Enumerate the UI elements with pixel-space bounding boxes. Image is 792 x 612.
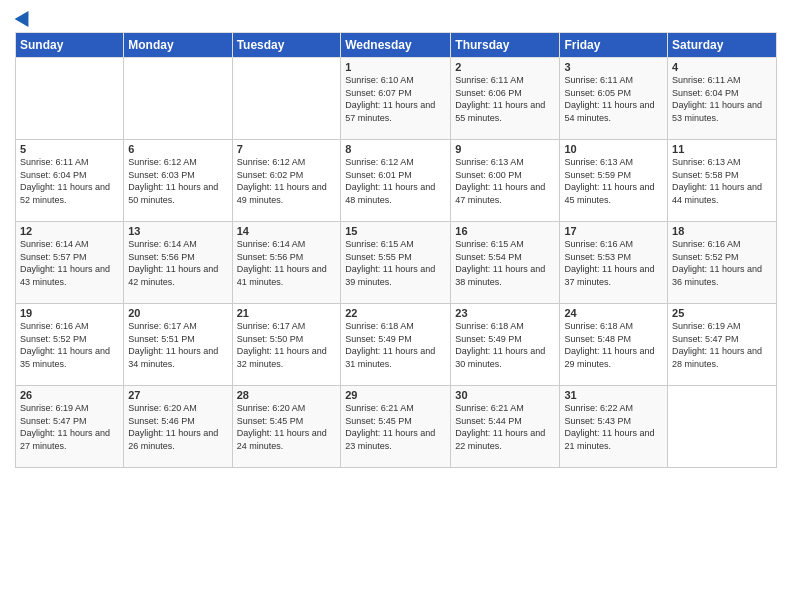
- calendar-cell: 27Sunrise: 6:20 AM Sunset: 5:46 PM Dayli…: [124, 386, 232, 468]
- day-number: 15: [345, 225, 446, 237]
- day-number: 5: [20, 143, 119, 155]
- day-info: Sunrise: 6:14 AM Sunset: 5:56 PM Dayligh…: [128, 238, 227, 288]
- day-info: Sunrise: 6:20 AM Sunset: 5:46 PM Dayligh…: [128, 402, 227, 452]
- calendar-cell: 23Sunrise: 6:18 AM Sunset: 5:49 PM Dayli…: [451, 304, 560, 386]
- day-info: Sunrise: 6:16 AM Sunset: 5:53 PM Dayligh…: [564, 238, 663, 288]
- calendar-cell: 16Sunrise: 6:15 AM Sunset: 5:54 PM Dayli…: [451, 222, 560, 304]
- calendar-cell: 2Sunrise: 6:11 AM Sunset: 6:06 PM Daylig…: [451, 58, 560, 140]
- day-number: 12: [20, 225, 119, 237]
- calendar-cell: 8Sunrise: 6:12 AM Sunset: 6:01 PM Daylig…: [341, 140, 451, 222]
- day-info: Sunrise: 6:14 AM Sunset: 5:57 PM Dayligh…: [20, 238, 119, 288]
- day-number: 4: [672, 61, 772, 73]
- day-number: 1: [345, 61, 446, 73]
- day-number: 22: [345, 307, 446, 319]
- calendar-cell: 28Sunrise: 6:20 AM Sunset: 5:45 PM Dayli…: [232, 386, 341, 468]
- calendar-cell: 3Sunrise: 6:11 AM Sunset: 6:05 PM Daylig…: [560, 58, 668, 140]
- day-info: Sunrise: 6:18 AM Sunset: 5:49 PM Dayligh…: [455, 320, 555, 370]
- day-info: Sunrise: 6:11 AM Sunset: 6:06 PM Dayligh…: [455, 74, 555, 124]
- calendar-cell: 5Sunrise: 6:11 AM Sunset: 6:04 PM Daylig…: [16, 140, 124, 222]
- calendar-cell: 31Sunrise: 6:22 AM Sunset: 5:43 PM Dayli…: [560, 386, 668, 468]
- weekday-header-thursday: Thursday: [451, 33, 560, 58]
- day-info: Sunrise: 6:10 AM Sunset: 6:07 PM Dayligh…: [345, 74, 446, 124]
- day-number: 28: [237, 389, 337, 401]
- calendar-cell: 15Sunrise: 6:15 AM Sunset: 5:55 PM Dayli…: [341, 222, 451, 304]
- day-info: Sunrise: 6:22 AM Sunset: 5:43 PM Dayligh…: [564, 402, 663, 452]
- day-info: Sunrise: 6:17 AM Sunset: 5:50 PM Dayligh…: [237, 320, 337, 370]
- day-info: Sunrise: 6:12 AM Sunset: 6:03 PM Dayligh…: [128, 156, 227, 206]
- calendar-cell: 26Sunrise: 6:19 AM Sunset: 5:47 PM Dayli…: [16, 386, 124, 468]
- day-info: Sunrise: 6:13 AM Sunset: 5:59 PM Dayligh…: [564, 156, 663, 206]
- calendar-cell: 11Sunrise: 6:13 AM Sunset: 5:58 PM Dayli…: [668, 140, 777, 222]
- day-info: Sunrise: 6:15 AM Sunset: 5:54 PM Dayligh…: [455, 238, 555, 288]
- day-info: Sunrise: 6:11 AM Sunset: 6:04 PM Dayligh…: [672, 74, 772, 124]
- day-number: 10: [564, 143, 663, 155]
- day-info: Sunrise: 6:16 AM Sunset: 5:52 PM Dayligh…: [20, 320, 119, 370]
- day-info: Sunrise: 6:11 AM Sunset: 6:04 PM Dayligh…: [20, 156, 119, 206]
- day-info: Sunrise: 6:12 AM Sunset: 6:01 PM Dayligh…: [345, 156, 446, 206]
- calendar-cell: 10Sunrise: 6:13 AM Sunset: 5:59 PM Dayli…: [560, 140, 668, 222]
- day-info: Sunrise: 6:11 AM Sunset: 6:05 PM Dayligh…: [564, 74, 663, 124]
- day-info: Sunrise: 6:13 AM Sunset: 6:00 PM Dayligh…: [455, 156, 555, 206]
- calendar-cell: 12Sunrise: 6:14 AM Sunset: 5:57 PM Dayli…: [16, 222, 124, 304]
- calendar-cell: 6Sunrise: 6:12 AM Sunset: 6:03 PM Daylig…: [124, 140, 232, 222]
- weekday-row: SundayMondayTuesdayWednesdayThursdayFrid…: [16, 33, 777, 58]
- day-number: 16: [455, 225, 555, 237]
- day-number: 23: [455, 307, 555, 319]
- day-number: 17: [564, 225, 663, 237]
- day-number: 8: [345, 143, 446, 155]
- day-info: Sunrise: 6:12 AM Sunset: 6:02 PM Dayligh…: [237, 156, 337, 206]
- day-number: 24: [564, 307, 663, 319]
- weekday-header-wednesday: Wednesday: [341, 33, 451, 58]
- day-info: Sunrise: 6:16 AM Sunset: 5:52 PM Dayligh…: [672, 238, 772, 288]
- day-number: 29: [345, 389, 446, 401]
- calendar-cell: 14Sunrise: 6:14 AM Sunset: 5:56 PM Dayli…: [232, 222, 341, 304]
- day-number: 14: [237, 225, 337, 237]
- weekday-header-friday: Friday: [560, 33, 668, 58]
- calendar-cell: [668, 386, 777, 468]
- day-number: 2: [455, 61, 555, 73]
- day-number: 6: [128, 143, 227, 155]
- day-number: 19: [20, 307, 119, 319]
- calendar-cell: 20Sunrise: 6:17 AM Sunset: 5:51 PM Dayli…: [124, 304, 232, 386]
- day-info: Sunrise: 6:18 AM Sunset: 5:49 PM Dayligh…: [345, 320, 446, 370]
- calendar-cell: 25Sunrise: 6:19 AM Sunset: 5:47 PM Dayli…: [668, 304, 777, 386]
- calendar-body: 1Sunrise: 6:10 AM Sunset: 6:07 PM Daylig…: [16, 58, 777, 468]
- day-number: 25: [672, 307, 772, 319]
- day-number: 11: [672, 143, 772, 155]
- weekday-header-sunday: Sunday: [16, 33, 124, 58]
- week-row-3: 12Sunrise: 6:14 AM Sunset: 5:57 PM Dayli…: [16, 222, 777, 304]
- calendar-cell: 4Sunrise: 6:11 AM Sunset: 6:04 PM Daylig…: [668, 58, 777, 140]
- day-number: 3: [564, 61, 663, 73]
- calendar-table: SundayMondayTuesdayWednesdayThursdayFrid…: [15, 32, 777, 468]
- day-info: Sunrise: 6:20 AM Sunset: 5:45 PM Dayligh…: [237, 402, 337, 452]
- calendar-cell: 22Sunrise: 6:18 AM Sunset: 5:49 PM Dayli…: [341, 304, 451, 386]
- calendar-cell: [124, 58, 232, 140]
- weekday-header-monday: Monday: [124, 33, 232, 58]
- logo: [15, 10, 33, 24]
- calendar-cell: 17Sunrise: 6:16 AM Sunset: 5:53 PM Dayli…: [560, 222, 668, 304]
- calendar-cell: 13Sunrise: 6:14 AM Sunset: 5:56 PM Dayli…: [124, 222, 232, 304]
- day-info: Sunrise: 6:19 AM Sunset: 5:47 PM Dayligh…: [672, 320, 772, 370]
- day-number: 31: [564, 389, 663, 401]
- week-row-5: 26Sunrise: 6:19 AM Sunset: 5:47 PM Dayli…: [16, 386, 777, 468]
- header: [15, 10, 777, 24]
- week-row-2: 5Sunrise: 6:11 AM Sunset: 6:04 PM Daylig…: [16, 140, 777, 222]
- day-info: Sunrise: 6:21 AM Sunset: 5:45 PM Dayligh…: [345, 402, 446, 452]
- day-info: Sunrise: 6:13 AM Sunset: 5:58 PM Dayligh…: [672, 156, 772, 206]
- day-number: 18: [672, 225, 772, 237]
- week-row-4: 19Sunrise: 6:16 AM Sunset: 5:52 PM Dayli…: [16, 304, 777, 386]
- day-number: 27: [128, 389, 227, 401]
- day-number: 7: [237, 143, 337, 155]
- day-number: 30: [455, 389, 555, 401]
- calendar-cell: [16, 58, 124, 140]
- logo-triangle-icon: [15, 7, 36, 27]
- day-info: Sunrise: 6:14 AM Sunset: 5:56 PM Dayligh…: [237, 238, 337, 288]
- day-info: Sunrise: 6:17 AM Sunset: 5:51 PM Dayligh…: [128, 320, 227, 370]
- day-info: Sunrise: 6:21 AM Sunset: 5:44 PM Dayligh…: [455, 402, 555, 452]
- day-number: 20: [128, 307, 227, 319]
- page-container: SundayMondayTuesdayWednesdayThursdayFrid…: [0, 0, 792, 473]
- calendar-cell: 19Sunrise: 6:16 AM Sunset: 5:52 PM Dayli…: [16, 304, 124, 386]
- day-number: 26: [20, 389, 119, 401]
- day-info: Sunrise: 6:18 AM Sunset: 5:48 PM Dayligh…: [564, 320, 663, 370]
- calendar-cell: 9Sunrise: 6:13 AM Sunset: 6:00 PM Daylig…: [451, 140, 560, 222]
